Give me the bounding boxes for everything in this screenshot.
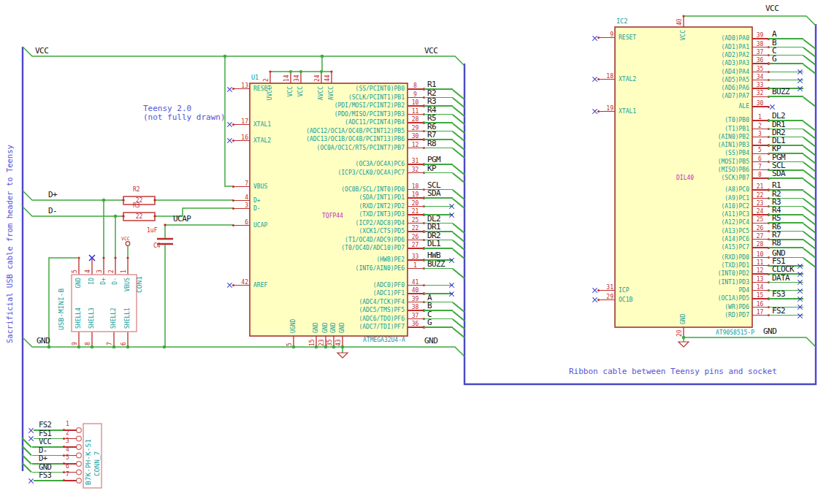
pin-row[interactable]: (A10)PC2 23 R3 — [624, 202, 826, 210]
net-label-vcc[interactable]: VCC — [765, 4, 779, 12]
pin-row[interactable]: (MISO)PB6 7 SCL — [624, 166, 826, 174]
pin-row[interactable]: FS3 7 — [23, 476, 118, 485]
pin-row[interactable]: (WR)PD6 16 — [624, 303, 826, 311]
pin-row[interactable]: (SS)PB4 5 KP — [624, 149, 826, 157]
pin-row[interactable]: (AD1)PA1 38 B — [624, 43, 826, 51]
pin-row[interactable]: (A13)PC5 26 R6 — [624, 227, 826, 235]
net-label-gnd[interactable]: GND — [763, 327, 776, 335]
net-label[interactable]: DR1 — [427, 223, 440, 231]
pin-row[interactable]: (A12)PC4 25 R5 — [624, 218, 826, 226]
pin-row[interactable]: (PDI/MOSI/PCINT2)PB2 10 R3 — [280, 102, 492, 110]
net-label[interactable]: R7 — [427, 131, 436, 139]
net-label[interactable]: R6 — [427, 123, 436, 131]
pin-row[interactable]: (RXD)PD0 10 GND — [624, 253, 826, 261]
pin-row[interactable]: D- 4 — [23, 451, 118, 460]
net-label[interactable]: DL2 — [772, 112, 785, 120]
pin-row[interactable]: FS1 2 — [23, 435, 118, 443]
net-label[interactable]: VCC — [39, 438, 51, 446]
pin-row[interactable]: (RD)PD7 17 FS2 — [624, 311, 826, 319]
net-label[interactable]: D+ — [39, 454, 47, 462]
net-label[interactable]: FS2 — [39, 421, 51, 429]
con1-reference[interactable]: CON1 — [136, 276, 143, 293]
net-label[interactable]: SDA — [772, 169, 785, 177]
net-label[interactable]: A — [427, 294, 432, 302]
pin-row[interactable]: (A15)PC7 28 R8 — [624, 243, 826, 251]
r3-reference[interactable]: R3 — [133, 203, 140, 209]
net-label-gnd[interactable]: GND — [37, 337, 50, 345]
net-label[interactable]: SDA — [427, 189, 440, 197]
net-label[interactable]: BUZZ — [427, 260, 445, 268]
pin-row[interactable]: (ADC13/OC1B/OC4B/PCINT13)PB6 30 R7 — [280, 135, 492, 144]
pin-row[interactable]: (OC1A)PD5 15 FS3 — [624, 294, 826, 302]
pin-row[interactable]: (AD0)PA0 39 A — [624, 34, 826, 42]
pin-row[interactable]: PD4 14 — [624, 286, 826, 294]
net-label-ucap[interactable]: UCAP — [173, 215, 191, 223]
net-label[interactable]: FS3 — [39, 471, 51, 479]
net-label[interactable]: KP — [772, 145, 781, 153]
u1-reference[interactable]: U1 — [251, 75, 259, 81]
net-label[interactable]: R5 — [427, 114, 436, 122]
pin-row[interactable]: (A14)PC6 27 R7 — [624, 235, 826, 243]
pin-row[interactable]: (HWB)PE2 33 HWB — [280, 256, 492, 264]
ic2-reference[interactable]: IC2 — [616, 18, 627, 25]
net-label[interactable]: R8 — [427, 140, 436, 148]
pin-row[interactable]: (OC3A/OC4A)PC6 31 PGM — [280, 160, 492, 169]
net-label[interactable]: B — [427, 302, 432, 310]
net-label[interactable]: G — [772, 55, 776, 63]
r3-value[interactable]: 22 — [123, 213, 155, 221]
net-label[interactable]: GND — [39, 463, 51, 471]
c4-value[interactable]: 1uF — [147, 228, 157, 234]
pin-row[interactable]: (A8)PC0 21 R1 — [624, 186, 826, 194]
net-label[interactable]: CLOCK — [772, 265, 794, 273]
pin-row[interactable]: (OC0A/OC1C/RTS/PCINT7)PB7 12 R8 — [280, 144, 492, 153]
net-label[interactable]: R5 — [772, 214, 781, 222]
net-label[interactable]: DL1 — [427, 240, 440, 248]
pin-row[interactable]: FS2 1 — [23, 426, 118, 435]
pin-row[interactable]: (ADC11/PCINT4)PB4 28 R5 — [280, 118, 492, 127]
pin-row[interactable]: (OC0B/SCL/INT0)PD0 18 SCL — [280, 186, 492, 194]
pin-row[interactable]: (AD5)PA5 34 — [624, 76, 826, 84]
pin-row[interactable]: (INT0)PD2 12 CLOCK — [624, 270, 826, 278]
pin-row[interactable]: (ADC4/TCK)PF4 39 A — [280, 298, 492, 307]
pin-row[interactable]: (AD3)PA3 36 G — [624, 59, 826, 67]
pin-row[interactable]: (AIN1)PB3 4 DL1 — [624, 141, 826, 149]
pin-row[interactable]: (MOSI)PB5 6 PGM — [624, 158, 826, 166]
pin-row[interactable]: (ADC6/TDO)PF6 37 C — [280, 315, 492, 324]
net-label[interactable]: DR1 — [772, 121, 785, 129]
pin-row[interactable]: (ADC12/OC1A/OC4B/PCINT12)PB5 29 R6 — [280, 127, 492, 136]
pin-row[interactable]: (AD6)PA6 33 — [624, 84, 826, 92]
pin-row[interactable]: (RXD/INT2)PD2 20 — [280, 202, 492, 211]
net-label[interactable]: BUZZ — [772, 88, 789, 96]
net-label[interactable]: R8 — [772, 239, 781, 247]
pin-row[interactable]: (SDA/INT1)PD1 19 SDA — [280, 194, 492, 202]
pin-row[interactable]: (INT6/AIN0)PE6 1 BUZZ — [280, 264, 492, 273]
net-label[interactable]: D- — [39, 446, 47, 454]
pin-row[interactable]: (AD4)PA4 35 — [624, 68, 826, 76]
net-label[interactable]: G — [427, 318, 432, 327]
pin-row[interactable]: ALE 30 — [624, 102, 826, 110]
pin-row[interactable]: (ICP2/ADC8)PD4 25 DL2 — [280, 219, 492, 228]
net-label[interactable]: DATA — [772, 274, 789, 282]
pin-row[interactable]: (TXD)PD1 11 FS1 — [624, 261, 826, 270]
net-label-dplus[interactable]: D+ — [48, 191, 57, 199]
net-label[interactable]: DR2 — [427, 232, 440, 240]
pin-row[interactable]: (A9)PC1 22 R2 — [624, 194, 826, 202]
pin-row[interactable]: GND 6 — [23, 468, 118, 477]
conn7-reference[interactable]: CONN_7 — [93, 451, 101, 476]
pin-row[interactable]: (T1)PB1 2 DR1 — [624, 125, 826, 133]
net-label[interactable]: SCL — [427, 181, 440, 189]
net-label-vcc[interactable]: VCC — [35, 47, 48, 55]
net-label[interactable]: R2 — [427, 89, 436, 97]
net-label[interactable]: FS3 — [772, 290, 785, 298]
pin-row[interactable]: (SCK)PB7 8 SDA — [624, 174, 826, 182]
net-label[interactable]: B — [772, 39, 776, 47]
net-label-gnd[interactable]: GND — [424, 337, 437, 345]
pin-row[interactable]: (AIN0)PB2 3 DR2 — [624, 133, 826, 141]
pin-row[interactable]: (SS/PCINT0)PB0 8 R1 — [280, 85, 492, 93]
net-label[interactable]: R3 — [427, 97, 436, 105]
net-label[interactable]: PGM — [427, 156, 440, 164]
net-label[interactable]: R1 — [427, 80, 436, 88]
pin-row[interactable]: (AD7)PA7 32 BUZZ — [624, 92, 826, 100]
pin-row[interactable]: (SCLK/PCINT1)PB1 9 R2 — [280, 93, 492, 102]
pin-row[interactable]: (AD2)PA2 37 C — [624, 51, 826, 59]
